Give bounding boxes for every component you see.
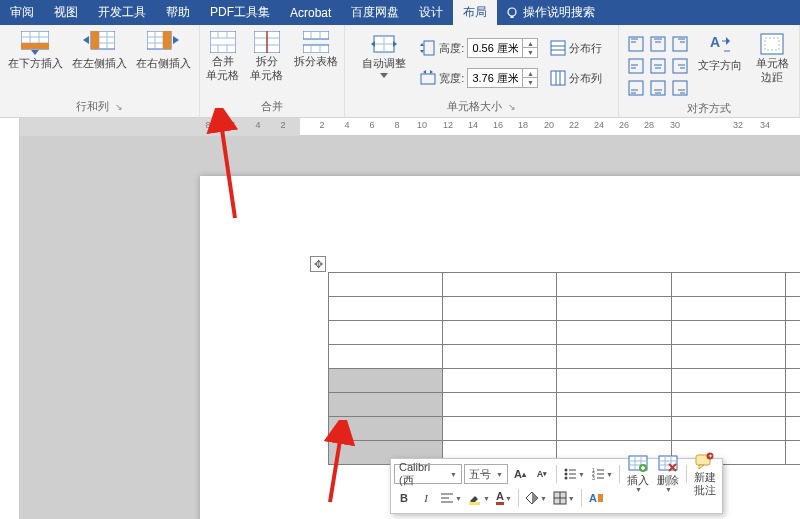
insert-row-below-icon [21, 31, 49, 55]
bullets-button[interactable]: ▼ [561, 464, 587, 484]
width-up[interactable]: ▲ [523, 69, 537, 78]
align-tr[interactable] [669, 33, 691, 55]
align-mc[interactable] [647, 55, 669, 77]
align-tc[interactable] [647, 33, 669, 55]
table-row[interactable] [329, 297, 801, 321]
ruler-mark: 16 [493, 120, 503, 130]
ruler-mark: 4 [344, 120, 349, 130]
tab-design[interactable]: 设计 [409, 0, 453, 25]
ruler-mark: 4 [255, 120, 260, 130]
ruler-mark: 8 [394, 120, 399, 130]
cell-margins-icon [760, 33, 784, 55]
table-move-handle[interactable]: ✥ [310, 256, 326, 272]
svg-marker-50 [430, 70, 433, 74]
tab-review[interactable]: 审阅 [0, 0, 44, 25]
tab-view[interactable]: 视图 [44, 0, 88, 25]
font-family-combo[interactable]: Calibri (西▼ [394, 464, 462, 484]
italic-button[interactable]: I [416, 488, 436, 508]
autofit-button[interactable]: 自动调整 [358, 31, 410, 80]
svg-text:✦: ✦ [708, 453, 713, 459]
document-canvas[interactable]: 8642246810121416182022242628303234 ✥ Cal… [20, 118, 800, 519]
shading-button[interactable]: ▼ [523, 488, 549, 508]
row-height-icon [420, 40, 436, 56]
align-bc[interactable] [647, 77, 669, 99]
ruler-mark: 20 [544, 120, 554, 130]
borders-button[interactable]: ▼ [551, 488, 577, 508]
tab-layout[interactable]: 布局 [453, 0, 497, 25]
svg-rect-88 [761, 34, 783, 54]
svg-marker-15 [83, 36, 89, 44]
document-table[interactable] [328, 272, 800, 465]
tab-pdf-tools[interactable]: PDF工具集 [200, 0, 280, 25]
mini-delete-button[interactable]: 删除 ▼ [654, 455, 682, 494]
mini-insert-button[interactable]: 插入 ▼ [624, 455, 652, 494]
svg-marker-8 [31, 50, 39, 55]
highlight-button[interactable]: ▼ [466, 488, 492, 508]
height-spinner[interactable]: ▲▼ [467, 38, 538, 58]
align-ml[interactable] [625, 55, 647, 77]
width-input[interactable] [468, 72, 522, 84]
ruler-mark: 6 [369, 120, 374, 130]
insert-col-right-icon [147, 31, 179, 55]
distribute-rows-button[interactable]: 分布行 [550, 37, 602, 59]
distribute-cols-icon [550, 70, 566, 86]
svg-marker-44 [393, 41, 397, 47]
table-row[interactable] [329, 393, 801, 417]
merge-cells-button[interactable]: 合并 单元格 [202, 29, 244, 85]
split-cells-icon [254, 31, 280, 53]
horizontal-ruler[interactable]: 8642246810121416182022242628303234 [20, 118, 800, 136]
font-size-combo[interactable]: 五号▼ [464, 464, 508, 484]
insert-col-left-icon [83, 31, 115, 55]
cell-margins-button[interactable]: 单元格 边距 [751, 31, 793, 87]
table-row[interactable] [329, 417, 801, 441]
width-spinner[interactable]: ▲▼ [467, 68, 538, 88]
split-cells-button[interactable]: 拆分 单元格 [246, 29, 288, 85]
ruler-mark: 6 [230, 120, 235, 130]
align-br[interactable] [669, 77, 691, 99]
text-direction-button[interactable]: A 文字方向 [695, 31, 745, 75]
new-comment-icon: ✦ [695, 452, 715, 470]
align-button[interactable]: ▼ [438, 488, 464, 508]
table-row[interactable] [329, 273, 801, 297]
delete-table-icon [658, 455, 678, 473]
lightbulb-icon [505, 6, 519, 20]
table-row[interactable] [329, 321, 801, 345]
distribute-cols-button[interactable]: 分布列 [550, 67, 602, 89]
height-input[interactable] [468, 42, 522, 54]
table-row[interactable] [329, 369, 801, 393]
svg-rect-69 [651, 59, 665, 73]
insert-left-button[interactable]: 在左侧插入 [68, 29, 130, 73]
tab-help[interactable]: 帮助 [156, 0, 200, 25]
align-mr[interactable] [669, 55, 691, 77]
align-tl[interactable] [625, 33, 647, 55]
width-label: 宽度: [439, 71, 464, 86]
mini-new-comment-button[interactable]: ✦ 新建 批注 [691, 452, 719, 495]
insert-right-button[interactable]: 在右侧插入 [132, 29, 194, 73]
ruler-mark: 32 [733, 120, 743, 130]
split-table-icon [303, 31, 329, 53]
height-down[interactable]: ▼ [523, 48, 537, 57]
align-bl[interactable] [625, 77, 647, 99]
width-down[interactable]: ▼ [523, 78, 537, 87]
insert-below-button[interactable]: 在下方插入 [4, 29, 66, 73]
bold-button[interactable]: B [394, 488, 414, 508]
tab-devtools[interactable]: 开发工具 [88, 0, 156, 25]
dialog-launcher-icon[interactable]: ↘ [508, 102, 516, 112]
split-table-button[interactable]: 拆分表格 [290, 29, 342, 71]
font-color-button[interactable]: A▼ [494, 488, 514, 508]
numbering-button[interactable]: 123▼ [589, 464, 615, 484]
svg-rect-7 [21, 43, 49, 49]
height-up[interactable]: ▲ [523, 39, 537, 48]
shrink-font-button[interactable]: A▾ [532, 464, 552, 484]
grow-font-button[interactable]: A▴ [510, 464, 530, 484]
styles-button[interactable]: A [586, 488, 606, 508]
table-row[interactable] [329, 345, 801, 369]
ruler-mark: 34 [760, 120, 770, 130]
tab-acrobat[interactable]: Acrobat [280, 0, 341, 25]
vertical-ruler[interactable] [0, 118, 20, 519]
dialog-launcher-icon[interactable]: ↘ [115, 102, 123, 112]
tab-baidu[interactable]: 百度网盘 [341, 0, 409, 25]
ruler-mark: 18 [518, 120, 528, 130]
tell-me-label: 操作说明搜索 [523, 4, 595, 21]
tell-me-search[interactable]: 操作说明搜索 [497, 0, 603, 25]
